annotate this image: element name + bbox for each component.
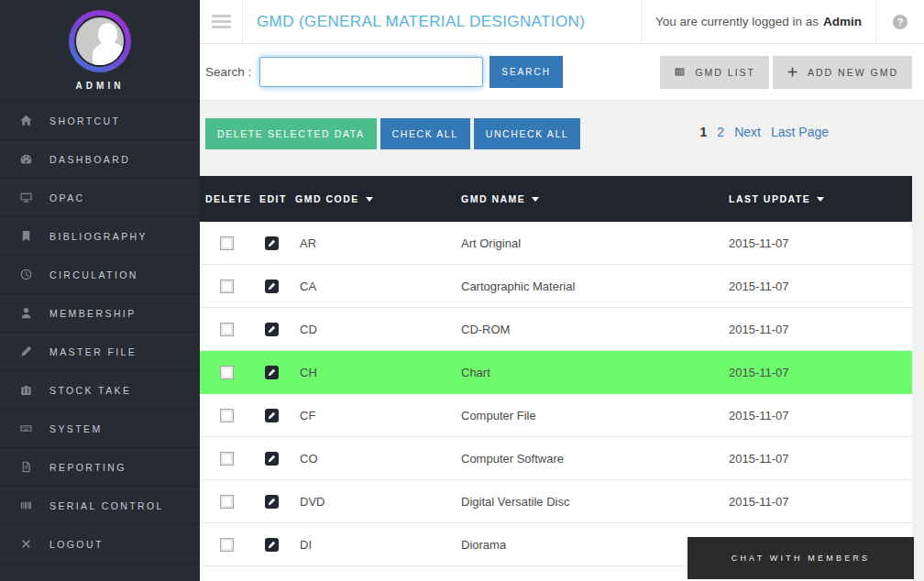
edit-button[interactable] — [265, 452, 279, 466]
pagination: 12NextLast Page — [700, 125, 829, 139]
last-update-cell: 2015-11-07 — [722, 366, 912, 379]
main-area: GMD (GENERAL MATERIAL DESIGNATION) You a… — [200, 0, 924, 581]
login-status-text: You are currently logged in as — [655, 15, 819, 28]
add-new-gmd-button[interactable]: ADD NEW GMD — [773, 56, 912, 89]
row-checkbox[interactable] — [220, 495, 234, 509]
gmd-code-cell: CD — [292, 323, 456, 336]
sidebar-item-label: SERIAL CONTROL — [50, 500, 164, 511]
close-icon — [18, 537, 34, 552]
row-checkbox[interactable] — [220, 409, 234, 422]
sort-arrow-icon — [817, 197, 824, 202]
sidebar-item-dashboard[interactable]: DASHBOARD — [0, 139, 200, 178]
edit-button[interactable] — [265, 495, 279, 509]
gmd-name-cell: Chart — [456, 366, 722, 379]
last-update-cell: 2015-11-07 — [722, 452, 912, 466]
sidebar-item-label: MEMBERSHIP — [50, 308, 137, 319]
gmd-name-cell: Computer Software — [456, 452, 722, 466]
sidebar-item-system[interactable]: SYSTEM — [0, 409, 200, 447]
topbar: GMD (GENERAL MATERIAL DESIGNATION) You a… — [200, 0, 924, 44]
check-all-button[interactable]: CHECK ALL — [380, 118, 470, 149]
table-row: CHChart2015-11-07 — [200, 351, 912, 394]
table-row: ARArt Original2015-11-07 — [200, 222, 912, 265]
sidebar-item-label: SHORTCUT — [50, 115, 120, 126]
pagination-link-last-page[interactable]: Last Page — [771, 125, 829, 139]
edit-button[interactable] — [265, 236, 279, 250]
column-header-gmd-code[interactable]: GMD CODE — [292, 193, 456, 204]
sidebar-menu-end-divider — [0, 563, 200, 581]
gmd-action-buttons: GMD LIST ADD NEW GMD — [660, 56, 912, 89]
sidebar-item-label: DASHBOARD — [50, 154, 130, 165]
search-button[interactable]: SEARCH — [490, 56, 563, 88]
sort-arrow-icon — [532, 197, 539, 202]
plus-icon — [786, 66, 798, 78]
gmd-table: DELETEEDITGMD CODEGMD NAMELAST UPDATE AR… — [200, 176, 912, 581]
login-user-name: Admin — [823, 15, 862, 28]
edit-pencil-icon — [268, 455, 276, 463]
delete-selected-button[interactable]: DELETE SELECTED DATA — [205, 118, 377, 149]
sidebar-item-membership[interactable]: MEMBERSHIP — [0, 293, 200, 332]
gmd-list-button[interactable]: GMD LIST — [660, 56, 769, 89]
briefcase-icon — [18, 383, 34, 398]
edit-button[interactable] — [265, 366, 279, 379]
pagination-link-next[interactable]: Next — [734, 125, 761, 139]
chat-with-members-button[interactable]: CHAT WITH MEMBERS — [688, 537, 914, 579]
uncheck-all-button[interactable]: UNCHECK ALL — [474, 118, 581, 149]
table-row: CACartographic Material2015-11-07 — [200, 265, 912, 308]
edit-button[interactable] — [265, 323, 279, 336]
sidebar-item-shortcut[interactable]: SHORTCUT — [0, 101, 200, 139]
column-header-last-update[interactable]: LAST UPDATE — [722, 193, 912, 204]
sidebar-item-label: STOCK TAKE — [50, 385, 131, 396]
edit-pencil-icon — [268, 411, 276, 420]
pagination-link-2[interactable]: 2 — [717, 125, 724, 139]
edit-pencil-icon — [268, 239, 276, 247]
search-label: Search : — [205, 65, 251, 79]
admin-avatar — [69, 10, 131, 72]
search-input[interactable] — [259, 57, 483, 87]
sidebar-item-opac[interactable]: OPAC — [0, 178, 200, 216]
list-icon — [674, 66, 686, 78]
table-row: DVDDigital Versatile Disc2015-11-07 — [200, 480, 912, 523]
sidebar-item-master-file[interactable]: MASTER FILE — [0, 332, 200, 370]
row-checkbox[interactable] — [220, 452, 234, 466]
document-icon — [18, 460, 34, 475]
home-icon — [18, 114, 34, 128]
table-row: CFComputer File2015-11-07 — [200, 394, 912, 437]
row-checkbox[interactable] — [220, 236, 234, 250]
gmd-code-cell: CO — [292, 452, 456, 466]
gmd-name-cell: Art Original — [456, 236, 722, 250]
table-body: ARArt Original2015-11-07CACartographic M… — [200, 222, 912, 566]
gmd-name-cell: Computer File — [456, 409, 722, 422]
gmd-code-cell: AR — [292, 236, 456, 250]
last-update-cell: 2015-11-07 — [722, 495, 912, 509]
sidebar-item-serial-control[interactable]: SERIAL CONTROL — [0, 486, 200, 524]
monitor-icon — [18, 191, 34, 205]
table-row: COComputer Software2015-11-07 — [200, 437, 912, 480]
edit-pencil-icon — [268, 498, 276, 506]
help-button[interactable]: ? — [875, 0, 924, 43]
row-checkbox[interactable] — [220, 538, 234, 552]
edit-button[interactable] — [265, 280, 279, 293]
gmd-code-cell: CA — [292, 280, 456, 293]
column-header-gmd-name[interactable]: GMD NAME — [456, 193, 722, 204]
login-status: You are currently logged in as Admin — [641, 0, 875, 43]
sidebar-item-stock-take[interactable]: STOCK TAKE — [0, 370, 200, 409]
hamburger-menu-icon[interactable] — [200, 0, 243, 43]
gmd-name-cell: Diorama — [456, 538, 722, 552]
bookmark-icon — [18, 229, 34, 244]
table-row: CDCD-ROM2015-11-07 — [200, 308, 912, 351]
row-checkbox[interactable] — [220, 323, 234, 336]
toolbar: DELETE SELECTED DATA CHECK ALL UNCHECK A… — [200, 101, 924, 176]
sidebar-item-reporting[interactable]: REPORTING — [0, 447, 200, 486]
edit-button[interactable] — [265, 538, 279, 552]
row-checkbox[interactable] — [220, 366, 234, 379]
gmd-list-label: GMD LIST — [695, 67, 755, 78]
edit-button[interactable] — [265, 409, 279, 422]
edit-pencil-icon — [268, 368, 276, 377]
gmd-code-cell: CF — [292, 409, 456, 422]
row-checkbox[interactable] — [220, 280, 234, 293]
sidebar-item-circulation[interactable]: CIRCULATION — [0, 255, 200, 293]
sidebar-admin-label: ADMIN — [0, 81, 200, 91]
pencil-icon — [18, 345, 34, 359]
sidebar-item-bibliography[interactable]: BIBLIOGRAPHY — [0, 216, 200, 255]
sidebar-item-logout[interactable]: LOGOUT — [0, 524, 200, 563]
